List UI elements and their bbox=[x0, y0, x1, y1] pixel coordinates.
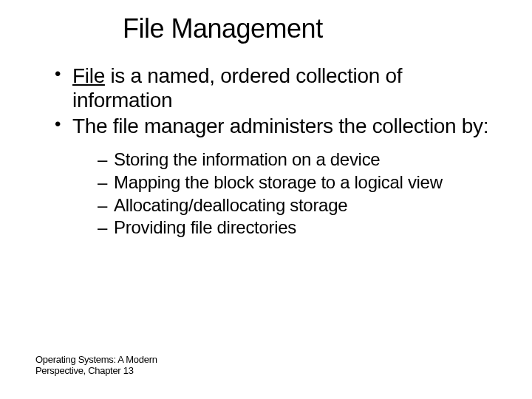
slide: File Management File is a named, ordered… bbox=[0, 0, 532, 239]
sub-item-mapping: Mapping the block storage to a logical v… bbox=[98, 171, 497, 194]
slide-title: File Management bbox=[123, 13, 497, 44]
term-file: File bbox=[72, 64, 105, 87]
bullet-1-rest: is a named, ordered collection of inform… bbox=[72, 64, 402, 112]
sub-item-storing: Storing the information on a device bbox=[98, 149, 497, 171]
bullet-item-file-manager: The file manager administers the collect… bbox=[55, 114, 497, 239]
bullet-item-file-definition: File is a named, ordered collection of i… bbox=[55, 64, 497, 112]
main-bullet-list: File is a named, ordered collection of i… bbox=[35, 64, 497, 239]
bullet-2-text: The file manager administers the collect… bbox=[72, 115, 488, 137]
sub-item-allocating: Allocating/deallocating storage bbox=[98, 194, 497, 217]
sub-bullet-list: Storing the information on a device Mapp… bbox=[72, 149, 497, 239]
footer-line-1: Operating Systems: A Modern bbox=[35, 355, 157, 366]
sub-item-directories: Providing file directories bbox=[98, 216, 497, 239]
footer-citation: Operating Systems: A Modern Perspective,… bbox=[35, 355, 157, 377]
footer-line-2: Perspective, Chapter 13 bbox=[35, 366, 157, 377]
